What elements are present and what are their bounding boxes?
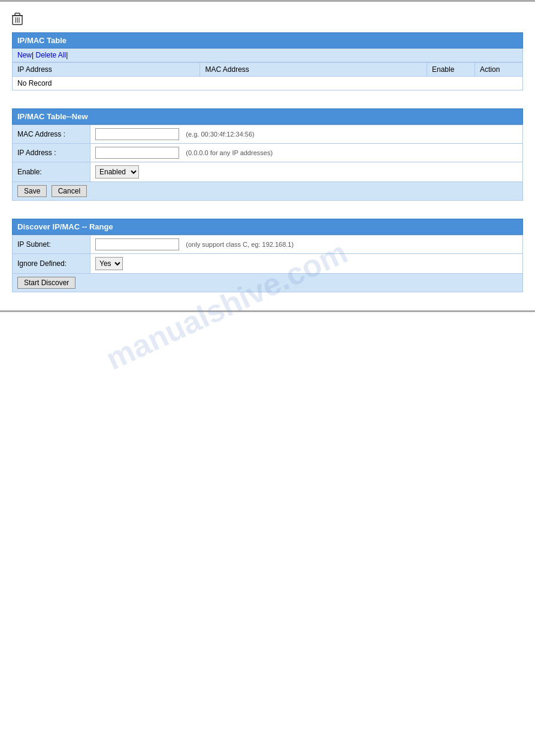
discover-form: IP Subnet: (only support class C, eg: 19… bbox=[12, 235, 523, 274]
col-enable: Enable bbox=[427, 63, 475, 77]
mac-address-label: MAC Address : bbox=[13, 125, 90, 144]
enable-select[interactable]: Enabled Disabled bbox=[95, 165, 139, 179]
col-action: Action bbox=[475, 63, 523, 77]
mac-address-hint: (e.g. 00:30:4f:12:34:56) bbox=[186, 131, 254, 138]
ignore-defined-label: Ignore Defined: bbox=[13, 254, 90, 274]
ip-address-hint: (0.0.0.0 for any IP addresses) bbox=[186, 149, 273, 156]
ip-subnet-value-cell: (only support class C, eg: 192.168.1) bbox=[90, 235, 523, 254]
ignore-defined-value-cell: Yes No bbox=[90, 254, 523, 274]
ip-address-row: IP Address : (0.0.0.0 for any IP address… bbox=[13, 144, 523, 162]
trash-icon-area bbox=[0, 8, 535, 32]
ip-subnet-row: IP Subnet: (only support class C, eg: 19… bbox=[13, 235, 523, 254]
ignore-defined-select[interactable]: Yes No bbox=[95, 257, 123, 270]
delete-all-link[interactable]: Delete All bbox=[35, 51, 66, 59]
trash-icon[interactable] bbox=[12, 19, 23, 28]
ipmac-table-section: IP/MAC Table New| Delete All| IP Address… bbox=[12, 32, 523, 90]
mac-address-input[interactable] bbox=[95, 128, 179, 140]
ip-subnet-input[interactable] bbox=[95, 238, 179, 250]
enable-value-cell: Enabled Disabled bbox=[90, 162, 523, 182]
ip-address-value-cell: (0.0.0.0 for any IP addresses) bbox=[90, 144, 523, 162]
ip-subnet-label: IP Subnet: bbox=[13, 235, 90, 254]
mac-address-row: MAC Address : (e.g. 00:30:4f:12:34:56) bbox=[13, 125, 523, 144]
svg-rect-2 bbox=[15, 13, 20, 16]
new-link[interactable]: New bbox=[17, 51, 32, 59]
ipmac-new-title: IP/MAC Table--New bbox=[12, 108, 523, 125]
save-button[interactable]: Save bbox=[17, 185, 47, 197]
ipmac-table-toolbar: New| Delete All| bbox=[12, 49, 523, 62]
col-mac-address: MAC Address bbox=[200, 63, 427, 77]
discover-section: Discover IP/MAC -- Range IP Subnet: (onl… bbox=[12, 219, 523, 292]
ipmac-data-table: IP Address MAC Address Enable Action No … bbox=[12, 62, 523, 90]
no-record-cell: No Record bbox=[13, 77, 523, 90]
no-record-row: No Record bbox=[13, 77, 523, 90]
ip-address-label: IP Address : bbox=[13, 144, 90, 162]
ipmac-new-button-row: Save Cancel bbox=[12, 182, 523, 201]
ipmac-new-section: IP/MAC Table--New MAC Address : (e.g. 00… bbox=[12, 108, 523, 201]
ipmac-table-title: IP/MAC Table bbox=[12, 32, 523, 49]
top-border bbox=[0, 0, 535, 2]
enable-row: Enable: Enabled Disabled bbox=[13, 162, 523, 182]
ip-address-input[interactable] bbox=[95, 147, 179, 159]
bottom-border bbox=[0, 310, 535, 312]
discover-button-row: Start Discover bbox=[12, 274, 523, 292]
ipmac-new-form: MAC Address : (e.g. 00:30:4f:12:34:56) I… bbox=[12, 125, 523, 182]
col-ip-address: IP Address bbox=[13, 63, 200, 77]
mac-address-value-cell: (e.g. 00:30:4f:12:34:56) bbox=[90, 125, 523, 144]
ignore-defined-row: Ignore Defined: Yes No bbox=[13, 254, 523, 274]
cancel-button[interactable]: Cancel bbox=[52, 185, 87, 197]
start-discover-button[interactable]: Start Discover bbox=[17, 277, 75, 289]
ip-subnet-hint: (only support class C, eg: 192.168.1) bbox=[186, 241, 294, 248]
discover-title: Discover IP/MAC -- Range bbox=[12, 219, 523, 235]
enable-label: Enable: bbox=[13, 162, 90, 182]
